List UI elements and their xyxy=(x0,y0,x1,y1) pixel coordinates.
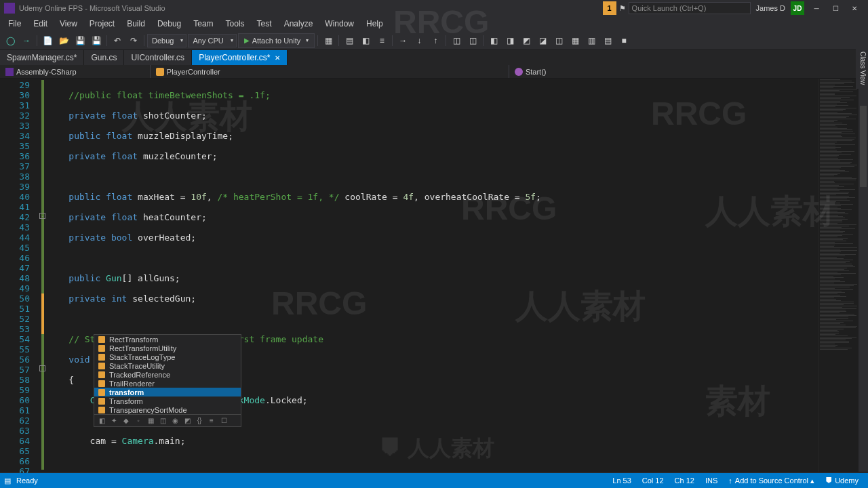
tb-icon-13[interactable]: ▥ xyxy=(584,33,599,48)
intellisense-item[interactable]: RectTransformUtility xyxy=(94,344,241,352)
type-icon xyxy=(98,389,105,396)
config-dropdown[interactable]: Debug xyxy=(147,34,186,47)
tb-icon-7[interactable]: ◧ xyxy=(486,33,501,48)
menu-edit[interactable]: Edit xyxy=(28,18,53,30)
nav-back-button[interactable]: ◯ xyxy=(3,33,18,48)
user-avatar[interactable]: JD xyxy=(791,1,804,15)
line-number: 47 xyxy=(0,263,38,273)
intellisense-item[interactable]: RectTransform xyxy=(94,335,241,344)
line-number: 58 xyxy=(0,375,38,385)
intel-filter-10[interactable]: ≡ xyxy=(207,416,216,426)
intel-filter-2[interactable]: ✦ xyxy=(109,416,119,426)
tb-icon-1[interactable]: ▦ xyxy=(321,33,336,48)
intel-filter-6[interactable]: ◫ xyxy=(158,416,167,426)
intel-filter-3[interactable]: ◆ xyxy=(121,416,131,426)
tb-icon-4[interactable]: ≡ xyxy=(374,33,389,48)
maximize-button[interactable]: ☐ xyxy=(826,1,845,15)
menu-tools[interactable]: Tools xyxy=(220,18,250,30)
vertical-scrollbar[interactable] xyxy=(859,79,868,472)
tb-icon-6[interactable]: ◫ xyxy=(465,33,480,48)
intellisense-label: TrackedReference xyxy=(109,371,170,379)
intel-filter-7[interactable]: ◉ xyxy=(170,416,180,426)
quick-launch-input[interactable]: Quick Launch (Ctrl+Q) xyxy=(629,2,751,14)
tab-uicontroller[interactable]: UIController.cs xyxy=(124,50,192,65)
tab-playercontroller[interactable]: PlayerController.cs*✕ xyxy=(192,50,287,65)
type-icon xyxy=(98,354,105,361)
tb-icon-9[interactable]: ◩ xyxy=(519,33,534,48)
fold-marker[interactable]: - xyxy=(39,365,45,371)
menu-project[interactable]: Project xyxy=(84,18,120,30)
line-number: 55 xyxy=(0,344,38,354)
step-button[interactable]: → xyxy=(395,33,410,48)
tb-icon-11[interactable]: ◫ xyxy=(551,33,566,48)
step-out-button[interactable]: ↑ xyxy=(428,33,443,48)
menu-help[interactable]: Help xyxy=(361,18,389,30)
scrollbar-thumb[interactable] xyxy=(860,106,867,187)
intel-filter-9[interactable]: {} xyxy=(195,416,204,426)
tb-icon-5[interactable]: ◫ xyxy=(449,33,464,48)
menu-test[interactable]: Test xyxy=(252,18,277,30)
close-button[interactable]: ✕ xyxy=(845,1,864,15)
line-number: 30 xyxy=(0,90,38,100)
close-icon[interactable]: ✕ xyxy=(275,54,280,62)
new-file-button[interactable]: 📄 xyxy=(40,33,55,48)
intellisense-item[interactable]: TransparencySortMode xyxy=(94,405,241,414)
save-button[interactable]: 💾 xyxy=(73,33,87,48)
menu-build[interactable]: Build xyxy=(121,18,151,30)
intel-filter-4[interactable]: ◦ xyxy=(134,416,143,426)
tb-icon-2[interactable]: ▤ xyxy=(342,33,357,48)
intellisense-item[interactable]: Transform xyxy=(94,396,241,405)
intellisense-item[interactable]: transform xyxy=(94,388,241,396)
line-number: 52 xyxy=(0,314,38,324)
intel-filter-1[interactable]: ◧ xyxy=(97,416,106,426)
step-into-button[interactable]: ↓ xyxy=(412,33,427,48)
menu-view[interactable]: View xyxy=(54,18,83,30)
tab-gun[interactable]: Gun.cs xyxy=(84,50,124,65)
notification-flag-icon[interactable]: ⚑ xyxy=(619,4,626,13)
redo-button[interactable]: ↷ xyxy=(126,33,141,48)
tb-icon-12[interactable]: ▦ xyxy=(568,33,583,48)
notification-badge[interactable]: 1 xyxy=(603,1,616,15)
menu-window[interactable]: Window xyxy=(319,18,359,30)
minimap[interactable] xyxy=(818,79,859,472)
tb-icon-10[interactable]: ◪ xyxy=(535,33,550,48)
nav-fwd-button[interactable]: → xyxy=(19,33,34,48)
platform-dropdown[interactable]: Any CPU xyxy=(188,34,236,47)
tb-icon-14[interactable]: ▤ xyxy=(600,33,615,48)
intellisense-item[interactable]: TrackedReference xyxy=(94,370,241,379)
tb-icon-3[interactable]: ◧ xyxy=(358,33,373,48)
tb-icon-8[interactable]: ◨ xyxy=(502,33,517,48)
nav-project-dropdown[interactable]: Assembly-CSharp xyxy=(0,65,151,78)
line-number: 32 xyxy=(0,110,38,121)
type-icon xyxy=(98,345,105,352)
menu-team[interactable]: Team xyxy=(188,18,218,30)
nav-class-dropdown[interactable]: PlayerController xyxy=(151,65,509,78)
minimize-button[interactable]: ─ xyxy=(807,1,826,15)
intellisense-popup[interactable]: RectTransformRectTransformUtilityStackTr… xyxy=(94,334,241,427)
user-name[interactable]: James D xyxy=(753,4,788,12)
intel-filter-5[interactable]: ▦ xyxy=(146,416,155,426)
code-editor[interactable]: 2930313233343536373839404142434445464748… xyxy=(0,79,868,472)
menu-file[interactable]: File xyxy=(3,18,26,30)
fold-marker[interactable]: - xyxy=(39,213,45,219)
attach-unity-button[interactable]: ▶Attach to Unity▾ xyxy=(238,33,315,48)
line-number-gutter: 2930313233343536373839404142434445464748… xyxy=(0,79,38,472)
intellisense-item[interactable]: StackTraceLogType xyxy=(94,352,241,361)
intellisense-item[interactable]: StackTraceUtility xyxy=(94,361,241,370)
save-all-button[interactable]: 💾 xyxy=(89,33,104,48)
intellisense-item[interactable]: TrailRenderer xyxy=(94,379,241,388)
line-number: 65 xyxy=(0,446,38,456)
tb-icon-15[interactable]: ■ xyxy=(616,33,631,48)
menu-analyze[interactable]: Analyze xyxy=(279,18,319,30)
undo-button[interactable]: ↶ xyxy=(110,33,125,48)
menu-debug[interactable]: Debug xyxy=(152,18,186,30)
open-file-button[interactable]: 📂 xyxy=(56,33,71,48)
class-view-tab[interactable]: Class View xyxy=(856,47,868,89)
intel-filter-11[interactable]: ☐ xyxy=(219,416,229,426)
line-number: 33 xyxy=(0,121,38,131)
nav-member-dropdown[interactable]: Start() xyxy=(509,65,868,78)
status-source-control[interactable]: ↑Add to Source Control ▴ xyxy=(723,476,820,485)
intel-filter-8[interactable]: ◩ xyxy=(182,416,192,426)
tab-spawnmanager[interactable]: SpawnManager.cs* xyxy=(0,50,84,65)
intellisense-label: transform xyxy=(109,388,144,396)
